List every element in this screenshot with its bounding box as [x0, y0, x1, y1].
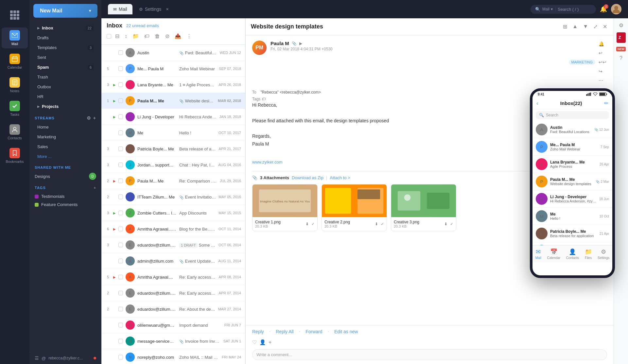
email-row[interactable]: 2 ▶ P Paula M... Me Re: Comparison ... J… [101, 173, 245, 189]
mobile-email-row[interactable]: M Me Hello ! 10 Oct [532, 208, 612, 225]
search-scope-selector[interactable]: Mail ▾ [542, 7, 556, 11]
email-checkbox[interactable] [118, 98, 123, 103]
sidebar-item-projects[interactable]: ▶ Projects [32, 102, 99, 111]
mobile-bottom-mail[interactable]: ✉ Mail [535, 248, 541, 260]
nav-calendar[interactable]: Calendar [2, 51, 28, 72]
sidebar-item-spam[interactable]: Spam 6 [32, 62, 99, 72]
email-row[interactable]: M Me Hello ! OCT 10, 2017 [101, 125, 245, 141]
sidebar-item-sent[interactable]: Sent [32, 53, 99, 62]
email-checkbox[interactable] [118, 114, 123, 119]
email-row[interactable]: 3 ▶ L Lana Bryante... Me 1 ≡ Agile Proce… [101, 77, 245, 93]
tags-add-icon[interactable]: 🏷 [262, 97, 266, 101]
email-checkbox[interactable] [118, 179, 123, 183]
more-meta-icon[interactable]: ⋯ [598, 77, 607, 84]
more-toolbar-button[interactable]: ⋮ [185, 32, 193, 41]
sidebar-item-home[interactable]: Home [32, 122, 99, 132]
nav-contacts[interactable]: Contacts [2, 122, 28, 143]
email-row[interactable]: N noreply@zoho.com Zoho MAIL :: Mail For… [101, 349, 245, 364]
email-row[interactable]: 5 ▶ A Amritha Agrawal.... Re: Early acce… [101, 269, 245, 285]
mobile-email-row[interactable]: P Patricia Boyle... Me Beta release for … [532, 225, 612, 242]
next-email-icon[interactable]: ▼ [582, 22, 589, 31]
collapse-sidebar-button[interactable]: ☰ [35, 355, 39, 361]
email-checkbox[interactable] [118, 163, 123, 167]
folder-button[interactable]: 📁 [131, 32, 140, 41]
notification-button[interactable]: 🔔 2 [600, 6, 607, 13]
email-checkbox[interactable] [118, 227, 123, 231]
sidebar-item-outbox[interactable]: Outbox [32, 82, 99, 92]
mobile-bottom-calendar[interactable]: 📅 Calendar [547, 248, 561, 260]
grid-menu[interactable] [2, 5, 28, 25]
email-checkbox[interactable] [118, 211, 123, 215]
streams-add-icon[interactable]: + [93, 115, 96, 121]
nav-mail[interactable]: Mail [2, 27, 28, 48]
help-icon[interactable]: ? [619, 55, 622, 61]
mobile-back-icon[interactable]: ‹ [536, 100, 538, 106]
email-checkbox[interactable] [118, 323, 123, 327]
nav-notes[interactable]: Notes [2, 75, 28, 95]
sidebar-item-templates[interactable]: Templates 3 [32, 43, 99, 52]
email-checkbox[interactable] [118, 259, 123, 263]
download-attach-1-icon[interactable]: ⬇ [305, 222, 309, 226]
prev-email-icon[interactable]: ▲ [571, 22, 579, 31]
verify-attach-1-icon[interactable]: ✓ [311, 222, 315, 226]
email-checkbox[interactable] [118, 195, 123, 199]
email-row[interactable]: O olilienwuaru@gmai... Import demand FRI… [101, 317, 245, 333]
delete-button[interactable]: 🗑 [153, 32, 161, 41]
email-row[interactable]: 6 ▶ A Amritha Agrawal.... ... Blog for t… [101, 221, 245, 237]
reply-all-icon[interactable]: ↩↩ [598, 59, 607, 65]
email-checkbox[interactable] [118, 339, 123, 343]
mobile-bottom-files[interactable]: 📁 Files [585, 248, 592, 260]
forward-button[interactable]: Forward [305, 329, 322, 334]
sidebar-item-marketing[interactable]: Marketing [32, 132, 99, 142]
email-row[interactable]: 2 E eduardov@zillum.c... Re: About the d… [101, 301, 245, 317]
person-icon[interactable]: 👤 [259, 339, 266, 345]
settings-gear-icon[interactable]: ⚙ [619, 22, 623, 28]
email-row[interactable]: 3 J Jordan... support@z... Chat : Hey Pa… [101, 157, 245, 173]
sidebar-item-more-streams[interactable]: More ... [32, 152, 99, 161]
filter-button[interactable]: ⊟ [114, 32, 121, 41]
mobile-email-row[interactable]: A Austin Fwd: Beautiful Locations 📎 12 J… [532, 121, 612, 138]
sort-button[interactable]: ↕ [123, 32, 129, 41]
comment-input[interactable]: Write a comment... [252, 349, 607, 360]
tab-settings-close-icon[interactable]: ✕ [166, 7, 169, 11]
search-input[interactable]: Search ( / ) [558, 7, 579, 12]
select-all-checkbox[interactable] [107, 34, 111, 39]
tags-add-icon[interactable]: + [94, 186, 96, 190]
unread-link[interactable]: 22 unread emails [126, 23, 159, 28]
mobile-email-row[interactable]: L Li Jung - Developer Hi Rebecca Anderso… [532, 190, 612, 208]
email-checkbox[interactable] [118, 291, 123, 295]
mobile-search-bar[interactable]: 🔍 Search [536, 111, 609, 119]
reminder-icon[interactable]: 🔔 [598, 41, 607, 47]
email-checkbox[interactable] [118, 275, 123, 279]
mobile-compose-icon[interactable]: ✏ [604, 100, 608, 106]
email-checkbox[interactable] [118, 355, 123, 359]
edit-as-new-button[interactable]: Edit as new [334, 329, 358, 334]
tab-settings[interactable]: ⚙ Settings ✕ [134, 4, 174, 14]
heart-icon[interactable]: ♡ [252, 339, 257, 345]
email-row[interactable]: 2 E eduardov@zillum.c... Re: Early acces… [101, 285, 245, 301]
email-checkbox[interactable] [118, 147, 123, 151]
expand-icon[interactable]: ⊞ [562, 22, 568, 31]
shared-item-designs[interactable]: Designs D [29, 171, 101, 182]
tag-feature-comments[interactable]: Feature Comments [29, 200, 101, 209]
sidebar-item-inbox[interactable]: ▶ Inbox 22 [32, 23, 99, 33]
verify-attach-2-icon[interactable]: ✓ [381, 222, 384, 226]
search-bar[interactable]: 🔍 Mail ▾ Search ( / ) [531, 5, 596, 14]
email-row[interactable]: 2 I ITTeam Zillum... Me 📎 Event Invitati… [101, 189, 245, 205]
mobile-email-row[interactable]: L Lana Bryante... Me Agile Process 26 Ap… [532, 156, 612, 173]
email-checkbox[interactable] [118, 50, 123, 55]
mobile-email-row[interactable]: P Paula M... Me Website design templates… [532, 173, 612, 190]
sidebar-item-drafts[interactable]: Drafts [32, 33, 99, 43]
tag-testimonials[interactable]: Testimonials [29, 192, 101, 200]
new-mail-button[interactable]: New Mail ▾ [33, 4, 97, 18]
mobile-bottom-settings[interactable]: ⚙ Settings [598, 248, 609, 260]
reply-all-button[interactable]: Reply All [276, 329, 293, 334]
sidebar-item-sales[interactable]: Sales [32, 142, 99, 151]
email-row[interactable]: M message-service@... 📎 Invoice from Inv… [101, 333, 245, 349]
email-checkbox[interactable] [118, 307, 123, 311]
block-button[interactable]: ⊘ [164, 32, 171, 41]
email-checkbox[interactable] [118, 130, 123, 135]
email-row[interactable]: A admin@zillum.com 📎 Event Updated - De.… [101, 253, 245, 269]
email-row[interactable]: 1 ▶ P Paula M... Me 📎 Website design tem… [101, 93, 245, 109]
email-checkbox[interactable] [118, 66, 123, 71]
